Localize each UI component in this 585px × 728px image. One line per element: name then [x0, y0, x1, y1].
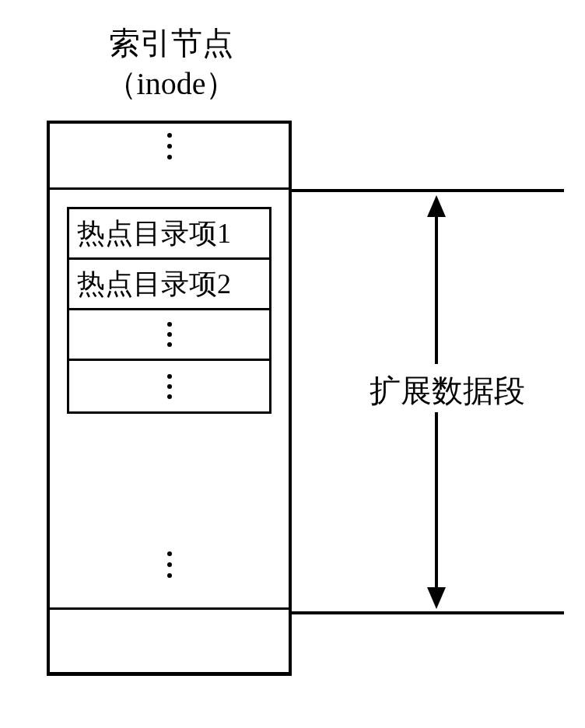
- bracket-bottom-line: [292, 611, 564, 614]
- extended-data-section: 热点目录项1 热点目录项2: [50, 190, 289, 610]
- hot-entry-row: 热点目录项1: [69, 209, 269, 260]
- ellipsis-icon: [167, 133, 172, 159]
- arrow-shaft-upper: [435, 210, 438, 364]
- bracket-top-line: [292, 189, 564, 192]
- title-line1: 索引节点: [109, 26, 233, 61]
- ellipsis-icon: [167, 551, 172, 578]
- inode-structure: 热点目录项1 热点目录项2: [47, 121, 292, 676]
- hot-entry-row: 热点目录项2: [69, 260, 269, 310]
- arrow-shaft-lower: [435, 412, 438, 591]
- hot-entry-label: 热点目录项1: [77, 215, 231, 253]
- title-line2: （inode）: [106, 66, 237, 101]
- inode-bottom-section: [50, 610, 289, 672]
- hot-entry-row-empty: [69, 310, 269, 361]
- hot-entries-table: 热点目录项1 热点目录项2: [67, 207, 271, 414]
- diagram-title: 索引节点 （inode）: [74, 23, 268, 104]
- arrow-down-icon: [427, 587, 446, 609]
- extended-data-label: 扩展数据段: [370, 369, 525, 412]
- hot-entry-label: 热点目录项2: [77, 265, 231, 303]
- inode-top-section: [50, 124, 289, 190]
- hot-entry-row-empty: [69, 361, 269, 411]
